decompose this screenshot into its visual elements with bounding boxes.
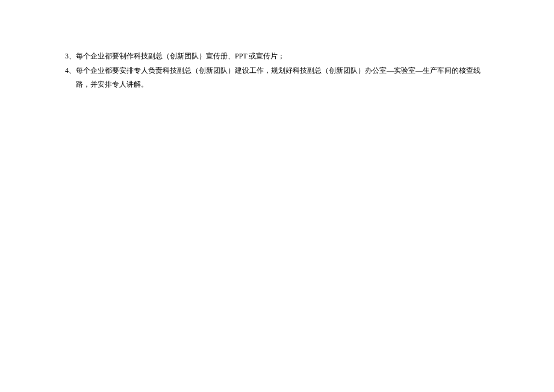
item-text: 每个企业都要安排专人负责科技副总（创新团队）建设工作，规划好科技副总（创新团队）… — [76, 64, 489, 92]
list-item: 3、 每个企业都要制作科技副总（创新团队）宣传册、PPT 或宣传片； — [65, 49, 489, 63]
item-number: 3、 — [65, 49, 76, 63]
item-number: 4、 — [65, 64, 76, 92]
list-item: 4、 每个企业都要安排专人负责科技副总（创新团队）建设工作，规划好科技副总（创新… — [65, 64, 489, 92]
document-content: 3、 每个企业都要制作科技副总（创新团队）宣传册、PPT 或宣传片； 4、 每个… — [65, 49, 489, 92]
item-text: 每个企业都要制作科技副总（创新团队）宣传册、PPT 或宣传片； — [76, 49, 489, 63]
